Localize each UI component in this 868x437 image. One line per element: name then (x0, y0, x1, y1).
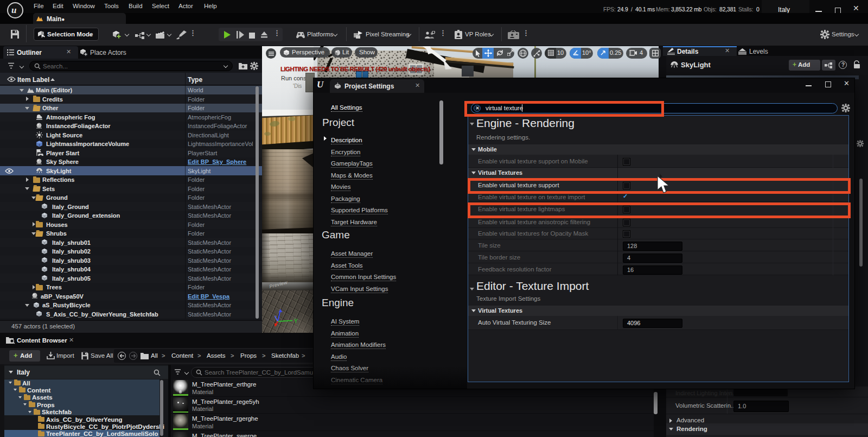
svg-text:Y: Y (294, 318, 298, 324)
